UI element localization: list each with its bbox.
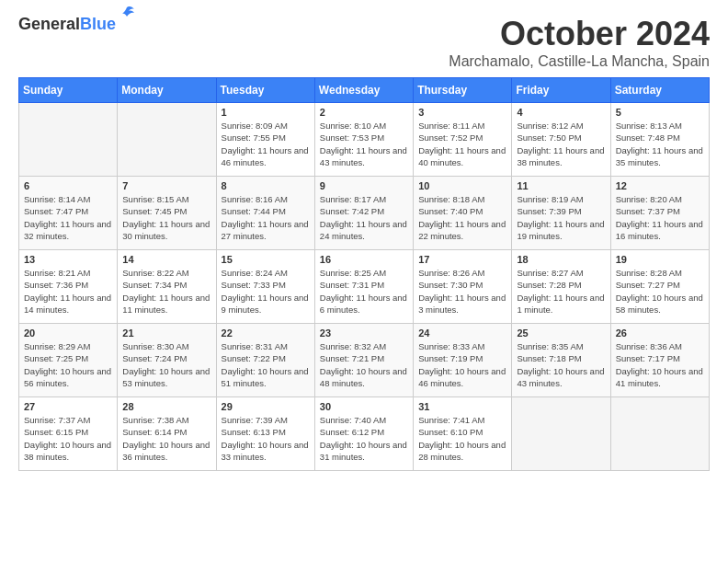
title-section: October 2024 Marchamalo, Castille-La Man… [449,15,710,70]
cell-sun-info: Sunrise: 8:16 AMSunset: 7:44 PMDaylight:… [222,193,310,242]
cell-day-number: 17 [418,254,506,265]
cell-sun-info: Sunrise: 8:18 AMSunset: 7:40 PMDaylight:… [418,193,506,242]
cell-sun-info: Sunrise: 8:27 AMSunset: 7:28 PMDaylight:… [517,267,605,316]
cell-day-number: 28 [122,401,210,412]
calendar-cell: 27Sunrise: 7:37 AMSunset: 6:15 PMDayligh… [19,397,118,471]
calendar-week-row: 13Sunrise: 8:21 AMSunset: 7:36 PMDayligh… [19,250,710,324]
weekday-header: Friday [512,78,610,103]
weekday-header: Monday [118,78,216,103]
cell-sun-info: Sunrise: 8:21 AMSunset: 7:36 PMDaylight:… [24,267,112,316]
calendar-cell: 2Sunrise: 8:10 AMSunset: 7:53 PMDaylight… [314,103,413,177]
cell-day-number: 19 [616,254,704,265]
calendar-week-row: 27Sunrise: 7:37 AMSunset: 6:15 PMDayligh… [19,397,710,471]
weekday-header: Saturday [610,78,709,103]
cell-sun-info: Sunrise: 8:31 AMSunset: 7:22 PMDaylight:… [222,340,310,389]
calendar-cell: 16Sunrise: 8:25 AMSunset: 7:31 PMDayligh… [314,250,413,324]
calendar-cell: 10Sunrise: 8:18 AMSunset: 7:40 PMDayligh… [414,177,512,250]
calendar-cell [19,103,118,177]
cell-sun-info: Sunrise: 7:39 AMSunset: 6:13 PMDaylight:… [222,414,310,463]
cell-day-number: 21 [122,327,210,339]
calendar-cell: 4Sunrise: 8:12 AMSunset: 7:50 PMDaylight… [512,103,610,177]
cell-sun-info: Sunrise: 8:20 AMSunset: 7:37 PMDaylight:… [616,193,704,242]
cell-day-number: 4 [517,107,605,118]
calendar-cell: 7Sunrise: 8:15 AMSunset: 7:45 PMDaylight… [118,177,216,250]
cell-day-number: 13 [24,254,112,265]
cell-sun-info: Sunrise: 7:37 AMSunset: 6:15 PMDaylight:… [24,414,112,463]
month-title: October 2024 [449,15,710,53]
cell-day-number: 22 [222,327,310,339]
cell-day-number: 2 [320,107,408,118]
calendar-cell: 31Sunrise: 7:41 AMSunset: 6:10 PMDayligh… [414,397,512,471]
cell-day-number: 25 [517,327,605,339]
weekday-header: Tuesday [216,78,314,103]
page-header: GeneralBlue October 2024 Marchamalo, Cas… [18,15,710,70]
calendar-cell: 23Sunrise: 8:32 AMSunset: 7:21 PMDayligh… [314,324,413,397]
cell-day-number: 20 [24,327,112,339]
cell-sun-info: Sunrise: 8:28 AMSunset: 7:27 PMDaylight:… [616,267,704,316]
calendar-cell: 9Sunrise: 8:17 AMSunset: 7:42 PMDaylight… [314,177,413,250]
calendar-cell: 15Sunrise: 8:24 AMSunset: 7:33 PMDayligh… [216,250,314,324]
cell-sun-info: Sunrise: 8:32 AMSunset: 7:21 PMDaylight:… [320,340,408,389]
calendar-cell: 14Sunrise: 8:22 AMSunset: 7:34 PMDayligh… [118,250,216,324]
cell-sun-info: Sunrise: 7:41 AMSunset: 6:10 PMDaylight:… [418,414,506,463]
calendar-cell: 8Sunrise: 8:16 AMSunset: 7:44 PMDaylight… [216,177,314,250]
calendar-week-row: 6Sunrise: 8:14 AMSunset: 7:47 PMDaylight… [19,177,710,250]
cell-sun-info: Sunrise: 8:26 AMSunset: 7:30 PMDaylight:… [418,267,506,316]
cell-day-number: 12 [616,180,704,191]
cell-day-number: 29 [222,401,310,412]
calendar-cell: 20Sunrise: 8:29 AMSunset: 7:25 PMDayligh… [19,324,118,397]
cell-sun-info: Sunrise: 8:12 AMSunset: 7:50 PMDaylight:… [517,120,605,168]
cell-day-number: 5 [616,107,704,118]
cell-sun-info: Sunrise: 7:40 AMSunset: 6:12 PMDaylight:… [320,414,408,463]
calendar-cell: 22Sunrise: 8:31 AMSunset: 7:22 PMDayligh… [216,324,314,397]
calendar-cell: 29Sunrise: 7:39 AMSunset: 6:13 PMDayligh… [216,397,314,471]
weekday-header: Wednesday [314,78,413,103]
cell-day-number: 8 [222,180,310,191]
cell-sun-info: Sunrise: 7:38 AMSunset: 6:14 PMDaylight:… [122,414,210,463]
calendar-cell: 18Sunrise: 8:27 AMSunset: 7:28 PMDayligh… [512,250,610,324]
cell-sun-info: Sunrise: 8:35 AMSunset: 7:18 PMDaylight:… [517,340,605,389]
cell-day-number: 14 [122,254,210,265]
calendar-cell [118,103,216,177]
calendar-cell: 3Sunrise: 8:11 AMSunset: 7:52 PMDaylight… [414,103,512,177]
calendar-week-row: 20Sunrise: 8:29 AMSunset: 7:25 PMDayligh… [19,324,710,397]
cell-sun-info: Sunrise: 8:25 AMSunset: 7:31 PMDaylight:… [320,267,408,316]
calendar-cell: 5Sunrise: 8:13 AMSunset: 7:48 PMDaylight… [610,103,709,177]
calendar-cell: 24Sunrise: 8:33 AMSunset: 7:19 PMDayligh… [414,324,512,397]
cell-day-number: 11 [517,180,605,191]
cell-day-number: 10 [418,180,506,191]
calendar-cell: 12Sunrise: 8:20 AMSunset: 7:37 PMDayligh… [610,177,709,250]
weekday-header: Sunday [19,78,118,103]
calendar-cell [610,397,709,471]
calendar-cell: 30Sunrise: 7:40 AMSunset: 6:12 PMDayligh… [314,397,413,471]
cell-sun-info: Sunrise: 8:13 AMSunset: 7:48 PMDaylight:… [616,120,704,168]
cell-day-number: 26 [616,327,704,339]
cell-day-number: 24 [418,327,506,339]
calendar-cell: 11Sunrise: 8:19 AMSunset: 7:39 PMDayligh… [512,177,610,250]
cell-day-number: 18 [517,254,605,265]
cell-sun-info: Sunrise: 8:17 AMSunset: 7:42 PMDaylight:… [320,193,408,242]
calendar-cell: 19Sunrise: 8:28 AMSunset: 7:27 PMDayligh… [610,250,709,324]
cell-sun-info: Sunrise: 8:22 AMSunset: 7:34 PMDaylight:… [122,267,210,316]
cell-sun-info: Sunrise: 8:10 AMSunset: 7:53 PMDaylight:… [320,120,408,168]
logo-bird-icon [118,6,136,22]
calendar-cell: 28Sunrise: 7:38 AMSunset: 6:14 PMDayligh… [118,397,216,471]
cell-day-number: 30 [320,401,408,412]
calendar-cell [512,397,610,471]
cell-day-number: 16 [320,254,408,265]
cell-sun-info: Sunrise: 8:24 AMSunset: 7:33 PMDaylight:… [222,267,310,316]
cell-day-number: 15 [222,254,310,265]
cell-day-number: 7 [122,180,210,191]
cell-sun-info: Sunrise: 8:15 AMSunset: 7:45 PMDaylight:… [122,193,210,242]
calendar-cell: 21Sunrise: 8:30 AMSunset: 7:24 PMDayligh… [118,324,216,397]
calendar-cell: 1Sunrise: 8:09 AMSunset: 7:55 PMDaylight… [216,103,314,177]
calendar-table: SundayMondayTuesdayWednesdayThursdayFrid… [18,77,710,471]
cell-sun-info: Sunrise: 8:19 AMSunset: 7:39 PMDaylight:… [517,193,605,242]
cell-day-number: 23 [320,327,408,339]
calendar-week-row: 1Sunrise: 8:09 AMSunset: 7:55 PMDaylight… [19,103,710,177]
cell-day-number: 1 [222,107,310,118]
cell-day-number: 6 [24,180,112,191]
cell-day-number: 3 [418,107,506,118]
cell-sun-info: Sunrise: 8:30 AMSunset: 7:24 PMDaylight:… [122,340,210,389]
logo-blue: Blue [80,15,116,33]
